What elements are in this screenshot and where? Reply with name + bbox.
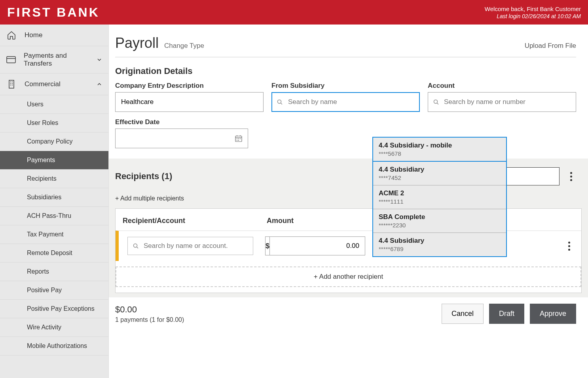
page-footer: $0.00 1 payments (1 for $0.00) Cancel Dr… — [109, 297, 588, 330]
dropdown-option-sub: *****1111 — [379, 198, 501, 205]
sidebar-item-users[interactable]: Users — [0, 95, 108, 114]
sidebar: Home Payments and Transfers Commercial U… — [0, 25, 109, 378]
sidebar-item-tax-payment[interactable]: Tax Payment — [0, 225, 108, 244]
sidebar-item-ach-pass-thru[interactable]: ACH Pass-Thru — [0, 207, 108, 225]
sidebar-item-home[interactable]: Home — [0, 25, 108, 46]
effective-date-input[interactable] — [115, 129, 248, 148]
amount-group: $ — [265, 236, 356, 255]
recipient-row-more-button[interactable] — [564, 242, 574, 251]
amount-input[interactable] — [269, 236, 365, 255]
sidebar-item-reports[interactable]: Reports — [0, 263, 108, 281]
dropdown-option[interactable]: 4.4 Subsidiary *****6789 — [373, 233, 506, 256]
company-entry-label: Company Entry Description — [115, 82, 264, 90]
last-login-text: Last login 02/26/2024 at 10:02 AM — [485, 13, 581, 19]
change-type-link[interactable]: Change Type — [164, 42, 204, 50]
dropdown-option-name: 4.4 Subsidiary - mobile — [379, 142, 501, 149]
account-input[interactable] — [428, 92, 576, 112]
svg-rect-2 — [9, 80, 14, 88]
recipient-table: Recipient/Account Amount $ — [115, 208, 582, 293]
sidebar-label: Commercial — [25, 80, 61, 88]
main-content: Payroll Change Type Upload From File Ori… — [109, 25, 588, 378]
sidebar-item-positive-pay[interactable]: Positive Pay — [0, 281, 108, 300]
account-label: Account — [428, 82, 576, 90]
subsidiary-dropdown: 4.4 Subsidiary - mobile ****5678 4.4 Sub… — [372, 137, 507, 257]
sidebar-item-commercial[interactable]: Commercial — [0, 74, 108, 95]
dropdown-option[interactable]: 4.4 Subsidiary ****7452 — [373, 162, 506, 185]
footer-total: $0.00 — [115, 304, 442, 315]
sidebar-item-payments-transfers[interactable]: Payments and Transfers — [0, 46, 108, 74]
sidebar-item-user-roles[interactable]: User Roles — [0, 114, 108, 132]
dropdown-option[interactable]: 4.4 Subsidiary - mobile ****5678 — [373, 138, 506, 162]
recipient-row: $ — [116, 231, 581, 261]
recipients-more-button[interactable] — [566, 172, 576, 181]
dropdown-option-sub: ****5678 — [379, 150, 501, 157]
sidebar-item-remote-deposit[interactable]: Remote Deposit — [0, 244, 108, 263]
chevron-down-icon — [97, 57, 102, 62]
dropdown-option-name: 4.4 Subsidiary — [379, 237, 501, 245]
sidebar-item-mobile-authorizations[interactable]: Mobile Authorizations — [0, 337, 108, 355]
page-header: Payroll Change Type Upload From File — [115, 35, 576, 57]
company-entry-input[interactable] — [115, 92, 264, 112]
page-title: Payroll — [115, 35, 159, 51]
sidebar-item-recipients[interactable]: Recipients — [0, 170, 108, 188]
sidebar-item-payments[interactable]: Payments — [0, 151, 108, 170]
sidebar-item-wire-activity[interactable]: Wire Activity — [0, 318, 108, 337]
bank-logo: FIRST BANK — [7, 5, 100, 20]
approve-button[interactable]: Approve — [530, 304, 576, 324]
dropdown-option-name: ACME 2 — [379, 189, 501, 197]
currency-prefix: $ — [265, 236, 269, 255]
svg-rect-0 — [7, 57, 15, 63]
footer-summary: 1 payments (1 for $0.00) — [115, 316, 442, 323]
sidebar-label: Home — [25, 31, 42, 39]
sidebar-item-subsidiaries[interactable]: Subsidiaries — [0, 188, 108, 207]
column-header-account: Recipient/Account — [123, 217, 267, 225]
sidebar-label: Payments and Transfers — [24, 52, 89, 68]
dropdown-option[interactable]: SBA Complete ******2230 — [373, 209, 506, 233]
effective-date-label: Effective Date — [115, 118, 248, 126]
sidebar-item-positive-pay-exceptions[interactable]: Positive Pay Exceptions — [0, 300, 108, 318]
dropdown-option-name: 4.4 Subsidiary — [379, 166, 501, 174]
origination-details-title: Origination Details — [115, 66, 576, 76]
dropdown-option-name: SBA Complete — [379, 213, 501, 221]
recipients-title: Recipients (1) — [115, 171, 172, 181]
cancel-button[interactable]: Cancel — [442, 304, 484, 324]
upload-from-file-link[interactable]: Upload From File — [525, 42, 576, 50]
draft-button[interactable]: Draft — [489, 304, 524, 324]
home-icon — [6, 30, 17, 40]
card-icon — [6, 55, 16, 65]
recipient-search-input[interactable] — [127, 237, 253, 255]
chevron-up-icon — [97, 81, 102, 87]
dropdown-option-sub: ******2230 — [379, 222, 501, 229]
sidebar-item-company-policy[interactable]: Company Policy — [0, 132, 108, 151]
recipients-section: Recipients (1) + Add multiple recipients… — [109, 159, 588, 297]
app-header: FIRST BANK Welcome back, First Bank Cust… — [0, 0, 588, 25]
header-user-info: Welcome back, First Bank Customer Last l… — [485, 6, 581, 19]
dropdown-option-sub: *****6789 — [379, 246, 501, 252]
dropdown-option-sub: ****7452 — [379, 174, 501, 181]
building-icon — [6, 79, 17, 89]
add-another-recipient-button[interactable]: + Add another recipient — [116, 266, 581, 287]
dropdown-option[interactable]: ACME 2 *****1111 — [373, 185, 506, 209]
welcome-text: Welcome back, First Bank Customer — [485, 6, 581, 12]
from-subsidiary-input[interactable] — [271, 92, 420, 112]
add-multiple-recipients-link[interactable]: + Add multiple recipients — [115, 195, 576, 202]
from-subsidiary-label: From Subsidiary — [271, 82, 420, 90]
